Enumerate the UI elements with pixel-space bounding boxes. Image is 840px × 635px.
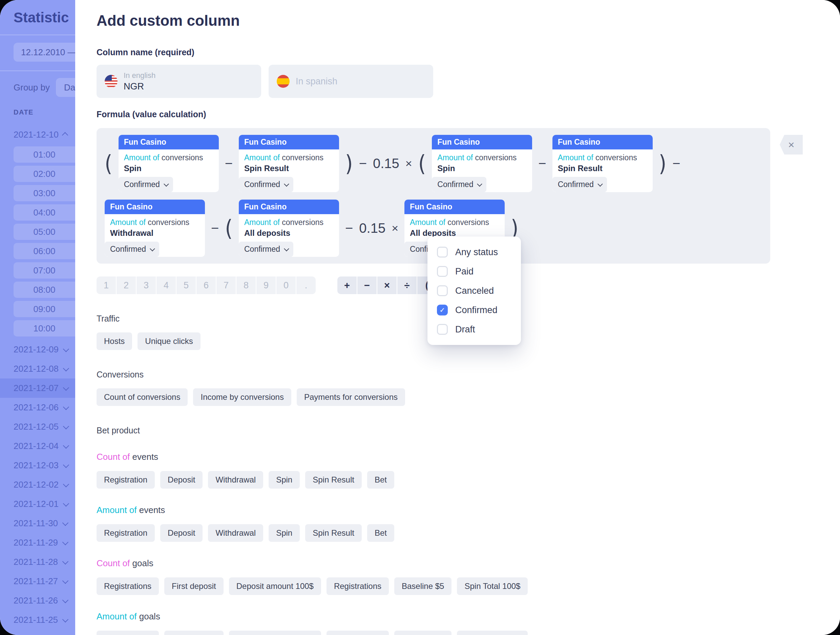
keypad-key-1[interactable]: 1	[96, 277, 116, 294]
chip-income-by-conversions[interactable]: Income by conversions	[193, 388, 291, 406]
status-dropdown: Any statusPaidCanceled✓ConfirmedDraft	[428, 236, 521, 345]
keypad-key-multiply[interactable]: ×	[377, 277, 396, 294]
sidebar-date-item[interactable]: 2021-11-30	[0, 514, 75, 533]
chip-hosts[interactable]: Hosts	[96, 333, 132, 350]
keypad-key-dot[interactable]: .	[296, 277, 316, 294]
chip-first-deposit[interactable]: First deposit	[164, 630, 224, 635]
chip-bet[interactable]: Bet	[367, 524, 394, 542]
chip-spin-total-100-[interactable]: Spin Total 100$	[457, 630, 528, 635]
group-by-select[interactable]: Da	[56, 78, 75, 97]
chip-deposit[interactable]: Deposit	[160, 471, 202, 489]
sidebar-date-item[interactable]: 2021-11-25	[0, 610, 75, 630]
chip-registrations[interactable]: Registrations	[96, 577, 159, 595]
checkbox[interactable]	[437, 285, 448, 296]
chip-registration[interactable]: Registration	[96, 524, 155, 542]
keypad-key-plus[interactable]: +	[337, 277, 357, 294]
chip-unique-clicks[interactable]: Unique clicks	[137, 333, 200, 350]
checkbox-checked[interactable]: ✓	[437, 305, 448, 315]
us-flag-icon	[105, 75, 118, 88]
keypad-key-5[interactable]: 5	[177, 277, 196, 294]
status-filter-dropdown[interactable]: Confirmed	[432, 177, 486, 192]
hour-item[interactable]: 08:00	[14, 282, 75, 298]
status-option-confirmed[interactable]: ✓Confirmed	[437, 305, 512, 315]
status-option-draft[interactable]: Draft	[437, 324, 512, 335]
chip-baseline-5[interactable]: Baseline $5	[394, 577, 452, 595]
status-option-any-status[interactable]: Any status	[437, 247, 512, 258]
chip-withdrawal[interactable]: Withdrawal	[208, 524, 263, 542]
status-filter-dropdown[interactable]: Confirmed	[239, 242, 293, 257]
sidebar-date-item[interactable]: 2021-11-28	[0, 552, 75, 572]
checkbox[interactable]	[437, 247, 448, 258]
status-filter-dropdown[interactable]: Confirmed	[239, 177, 293, 192]
sidebar-date-item-expanded[interactable]: 2021-12-10	[0, 125, 75, 144]
sidebar-date-item[interactable]: 2021-12-04	[0, 436, 75, 456]
chip-payments-for-conversions[interactable]: Payments for conversions	[297, 388, 405, 406]
remove-formula-button[interactable]: ×	[780, 135, 803, 155]
chip-spin-result[interactable]: Spin Result	[305, 524, 362, 542]
chip-baseline-5[interactable]: Baseline $5	[394, 630, 452, 635]
hour-item[interactable]: 04:00	[14, 204, 75, 220]
formula-operator: ×	[406, 157, 412, 170]
keypad-key-4[interactable]: 4	[156, 277, 176, 294]
sidebar-date-item[interactable]: 2021-12-05	[0, 417, 75, 436]
keypad-key-2[interactable]: 2	[117, 277, 136, 294]
chevron-down-icon	[62, 539, 68, 545]
hours-list: 01:0002:0003:0004:0005:0006:0007:0008:00…	[14, 146, 75, 336]
keypad-key-divide[interactable]: ÷	[397, 277, 417, 294]
hour-item[interactable]: 07:00	[14, 262, 75, 279]
sidebar-date-item[interactable]: 2021-12-07	[0, 378, 75, 398]
hour-item[interactable]: 09:00	[14, 301, 75, 317]
formula-card-event: Withdrawal	[110, 228, 199, 239]
sidebar-date-item[interactable]: 2021-12-02	[0, 475, 75, 494]
checkbox[interactable]	[437, 324, 448, 335]
keypad-key-3[interactable]: 3	[136, 277, 156, 294]
keypad-key-0[interactable]: 0	[276, 277, 296, 294]
status-filter-dropdown[interactable]: Confirmed	[105, 242, 159, 257]
sidebar-date-item[interactable]: 2021-12-03	[0, 456, 75, 475]
sidebar-date-item[interactable]: 2021-11-29	[0, 533, 75, 552]
sidebar-date-item[interactable]: 2021-11-26	[0, 591, 75, 610]
status-option-label: Canceled	[455, 286, 494, 296]
chip-withdrawal[interactable]: Withdrawal	[208, 471, 263, 489]
status-filter-dropdown[interactable]: Confirmed	[118, 177, 173, 192]
sidebar-date-item[interactable]: 2021-12-06	[0, 398, 75, 417]
sidebar-date-item[interactable]: 2021-11-27	[0, 572, 75, 591]
chip-count-of-conversions[interactable]: Count of conversions	[96, 388, 188, 406]
keypad-key-6[interactable]: 6	[196, 277, 216, 294]
hour-item[interactable]: 02:00	[14, 166, 75, 182]
keypad-key-9[interactable]: 9	[256, 277, 276, 294]
chip-registrations[interactable]: Registrations	[96, 630, 159, 635]
chip-spin[interactable]: Spin	[268, 471, 300, 489]
chip-bet[interactable]: Bet	[367, 471, 394, 489]
keypad-key-minus[interactable]: −	[357, 277, 377, 294]
chip-spin-result[interactable]: Spin Result	[305, 471, 362, 489]
status-option-paid[interactable]: Paid	[437, 266, 512, 277]
conversions-label: Conversions	[96, 370, 803, 380]
chip-first-deposit[interactable]: First deposit	[164, 577, 224, 595]
hour-item[interactable]: 01:00	[14, 146, 75, 163]
checkbox[interactable]	[437, 266, 448, 277]
hour-item[interactable]: 03:00	[14, 185, 75, 201]
sidebar-date-item[interactable]: 2021-12-09	[0, 340, 75, 359]
hour-item[interactable]: 05:00	[14, 224, 75, 240]
chip-spin-total-100-[interactable]: Spin Total 100$	[457, 577, 528, 595]
hour-item[interactable]: 06:00	[14, 243, 75, 259]
chip-registrations[interactable]: Registrations	[327, 577, 389, 595]
date-range-picker[interactable]: 12.12.2010 — 1	[14, 43, 75, 62]
status-option-canceled[interactable]: Canceled	[437, 285, 512, 296]
count-of-prefix: Count of	[96, 452, 130, 462]
chip-deposit-amount-100-[interactable]: Deposit amount 100$	[229, 577, 321, 595]
keypad-key-8[interactable]: 8	[237, 277, 256, 294]
chip-deposit[interactable]: Deposit	[160, 524, 202, 542]
keypad-key-7[interactable]: 7	[216, 277, 236, 294]
sidebar-date-item[interactable]: 2021-12-01	[0, 494, 75, 514]
chip-deposit-amount-100-[interactable]: Deposit amount 100$	[229, 630, 321, 635]
chip-registrations[interactable]: Registrations	[327, 630, 389, 635]
sidebar-date-item[interactable]: 2021-12-08	[0, 359, 75, 378]
column-name-english-input[interactable]: In english NGR	[96, 65, 261, 98]
status-filter-dropdown[interactable]: Confirmed	[553, 177, 607, 192]
chip-spin[interactable]: Spin	[268, 524, 300, 542]
hour-item[interactable]: 10:00	[14, 320, 75, 336]
chip-registration[interactable]: Registration	[96, 471, 155, 489]
column-name-spanish-input[interactable]: In spanish	[268, 65, 433, 98]
